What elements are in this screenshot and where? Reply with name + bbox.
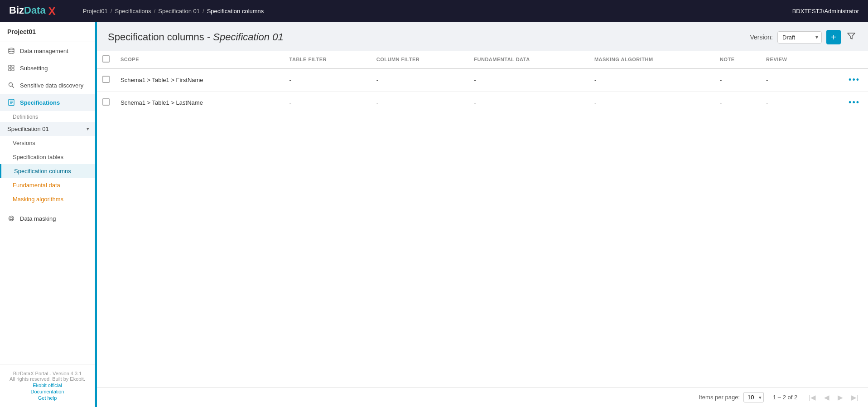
row-menu-button-0[interactable]: •••	[846, 74, 863, 86]
row-check-cell	[97, 92, 115, 114]
header-controls: Version: Draft Published +	[750, 30, 857, 44]
breadcrumb-spec01[interactable]: Specification 01	[158, 8, 200, 15]
sidebar-versions-label: Versions	[13, 140, 35, 146]
prev-page-button[interactable]: ◀	[822, 392, 832, 402]
footer-link-docs[interactable]: Documentation	[5, 389, 89, 394]
logo-x: X	[48, 5, 56, 17]
row-masking-algo-1: -	[589, 92, 714, 114]
pagination: Items per page: 5 10 25 50 1 – 2 of 2 |◀…	[97, 387, 868, 407]
sidebar-sub-fundamental-data[interactable]: Fundamental data	[0, 178, 95, 192]
col-masking-algorithm: MASKING ALGORITHM	[589, 51, 714, 68]
breadcrumb: Project01 / Specifications / Specificati…	[83, 8, 264, 15]
page-title: Specification columns - Specification 01	[108, 31, 284, 43]
search-icon	[7, 81, 15, 89]
row-note-1: -	[714, 92, 761, 114]
last-page-button[interactable]: ▶|	[849, 392, 861, 402]
svg-rect-3	[9, 68, 11, 71]
sidebar-fundamental-data-label: Fundamental data	[13, 182, 60, 189]
filter-button[interactable]	[845, 31, 857, 44]
sidebar-project-title: Project01	[0, 22, 95, 42]
row-actions-0: •••	[818, 68, 868, 92]
table-row: Schema1 > Table1 > FirstName - - - - - -…	[97, 68, 868, 92]
sidebar: Project01 Data management Subs	[0, 22, 95, 407]
row-table-filter-1: -	[284, 92, 371, 114]
col-masking-algorithm-label: MASKING ALGORITHM	[594, 57, 653, 62]
col-fundamental-data: FUNDAMENTAL DATA	[468, 51, 589, 68]
col-column-filter-label: COLUMN FILTER	[376, 57, 420, 62]
items-per-page-label: Items per page:	[699, 394, 740, 401]
row-column-filter-1: -	[371, 92, 469, 114]
table-container: SCOPE TABLE FILTER COLUMN FILTER FUNDAME…	[97, 51, 868, 387]
page-count: 1 – 2 of 2	[773, 394, 797, 401]
row-scope-0: Schema1 > Table1 > FirstName	[115, 68, 284, 92]
sidebar-spec-tables-label: Specification tables	[13, 154, 63, 160]
col-actions	[818, 51, 868, 68]
col-fundamental-data-label: FUNDAMENTAL DATA	[474, 57, 530, 62]
sidebar-item-subsetting[interactable]: Subsetting	[0, 59, 95, 77]
row-checkbox-0[interactable]	[102, 76, 110, 83]
breadcrumb-specifications[interactable]: Specifications	[115, 8, 151, 15]
table-row: Schema1 > Table1 > LastName - - - - - - …	[97, 92, 868, 114]
sidebar-spec-columns-label: Specification columns	[14, 168, 71, 174]
logo-text: BizData	[9, 5, 48, 16]
sidebar-item-data-management[interactable]: Data management	[0, 42, 95, 59]
row-review-0: -	[761, 68, 818, 92]
spec-icon	[7, 98, 15, 107]
sidebar-item-specifications[interactable]: Specifications	[0, 94, 95, 111]
row-review-1: -	[761, 92, 818, 114]
sidebar-data-management-label: Data management	[20, 48, 68, 54]
sidebar-item-data-masking[interactable]: Data masking	[0, 210, 95, 227]
sidebar-data-masking-label: Data masking	[20, 215, 56, 222]
sidebar-footer: BizDataX Portal - Version 4.3.1 All righ…	[0, 364, 95, 407]
sidebar-sub-spec-tables[interactable]: Specification tables	[0, 150, 95, 164]
puzzle-icon	[7, 64, 15, 72]
row-fundamental-data-1: -	[468, 92, 589, 114]
page-title-italic: Specification 01	[213, 31, 283, 43]
sidebar-item-sensitive-data[interactable]: Sensitive data discovery	[0, 77, 95, 94]
row-menu-button-1[interactable]: •••	[846, 97, 863, 108]
footer-copyright: All rights reserved. Built by Ekobit.	[5, 376, 89, 382]
breadcrumb-sep-2: /	[154, 8, 156, 15]
col-check	[97, 51, 115, 68]
version-label: Version:	[750, 34, 773, 41]
sidebar-sub-versions[interactable]: Versions	[0, 136, 95, 150]
row-note-0: -	[714, 68, 761, 92]
page-size-select[interactable]: 5 10 25 50	[743, 392, 764, 402]
breadcrumb-project[interactable]: Project01	[83, 8, 108, 15]
first-page-button[interactable]: |◀	[806, 392, 818, 402]
breadcrumb-sep-3: /	[203, 8, 204, 15]
version-select[interactable]: Draft Published	[777, 31, 822, 44]
col-review: REVIEW	[761, 51, 818, 68]
database-icon	[7, 47, 15, 55]
main-header: Specification columns - Specification 01…	[97, 22, 868, 51]
row-scope-1: Schema1 > Table1 > LastName	[115, 92, 284, 114]
sidebar-sub-masking-algorithms[interactable]: Masking algorithms	[0, 192, 95, 206]
sidebar-sub-spec-columns[interactable]: Specification columns	[0, 164, 95, 178]
col-column-filter: COLUMN FILTER	[371, 51, 469, 68]
row-checkbox-1[interactable]	[102, 98, 110, 106]
footer-link-ekobit[interactable]: Ekobit official	[5, 383, 89, 388]
footer-link-help[interactable]: Get help	[5, 395, 89, 401]
add-button[interactable]: +	[826, 30, 841, 44]
sidebar-spec-dropdown[interactable]: Specification 01 ▾	[0, 122, 95, 136]
sidebar-subsetting-label: Subsetting	[20, 65, 48, 72]
svg-point-0	[9, 48, 14, 50]
content-area: Specification columns - Specification 01…	[95, 22, 868, 407]
col-table-filter: TABLE FILTER	[284, 51, 371, 68]
page-title-prefix: Specification columns -	[108, 31, 213, 43]
row-fundamental-data-0: -	[468, 68, 589, 92]
svg-rect-2	[12, 65, 14, 68]
row-masking-algo-0: -	[589, 68, 714, 92]
col-scope: SCOPE	[115, 51, 284, 68]
col-table-filter-label: TABLE FILTER	[289, 57, 327, 62]
page-size-select-wrapper: 5 10 25 50	[743, 392, 764, 402]
svg-rect-4	[12, 68, 14, 71]
row-check-cell	[97, 68, 115, 92]
footer-version: BizDataX Portal - Version 4.3.1	[5, 371, 89, 376]
svg-rect-1	[9, 65, 11, 68]
select-all-checkbox[interactable]	[102, 55, 110, 63]
next-page-button[interactable]: ▶	[835, 392, 845, 402]
table-header: SCOPE TABLE FILTER COLUMN FILTER FUNDAME…	[97, 51, 868, 68]
version-select-wrapper: Draft Published	[777, 31, 822, 44]
col-note-label: NOTE	[720, 57, 735, 62]
